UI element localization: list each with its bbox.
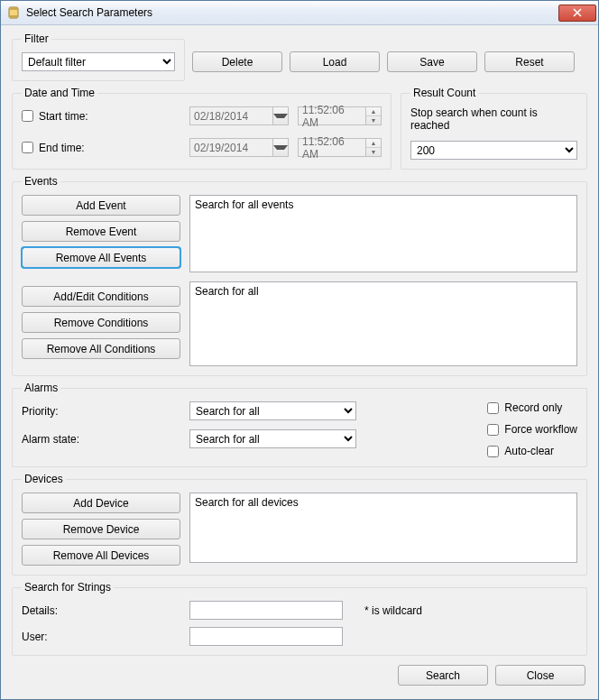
alarm-state-select[interactable]: Search for all (189, 429, 356, 448)
auto-clear-label: Auto-clear (504, 445, 554, 457)
events-group: Events Add Event Remove Event Remove All… (12, 175, 587, 376)
start-time-value: 11:52:06 AM (299, 104, 365, 129)
end-time-field: 11:52:06 AM ▲▼ (298, 138, 382, 157)
force-workflow-checkbox[interactable]: Force workflow (487, 423, 577, 436)
alarm-checks: Record only Force workflow Auto-clear (487, 401, 577, 457)
result-count-select[interactable]: 200 (410, 141, 577, 160)
strings-legend: Search for Strings (22, 581, 114, 594)
load-button[interactable]: Load (290, 51, 380, 72)
record-only-checkbox[interactable]: Record only (487, 401, 577, 414)
auto-clear-check-input[interactable] (487, 446, 499, 457)
events-listbox[interactable]: Search for all events (189, 195, 577, 272)
top-row: Filter Default filter Delete Load Save R… (12, 32, 587, 81)
start-time-spinner: ▲▼ (365, 107, 381, 124)
remove-all-events-button[interactable]: Remove All Events (22, 247, 180, 268)
filter-group: Filter Default filter (12, 32, 185, 81)
strings-group: Search for Strings Details: * is wildcar… (12, 581, 587, 656)
save-button[interactable]: Save (387, 51, 477, 72)
start-time-label: Start time: (39, 110, 88, 123)
result-count-legend: Result Count (410, 87, 478, 99)
devices-group: Devices Add Device Remove Device Remove … (12, 473, 587, 576)
delete-button[interactable]: Delete (192, 51, 282, 72)
record-only-label: Record only (504, 401, 562, 414)
datetime-legend: Date and Time (22, 87, 97, 99)
devices-listbox[interactable]: Search for all devices (189, 493, 577, 563)
start-time-check-input[interactable] (22, 110, 33, 122)
record-only-check-input[interactable] (487, 402, 499, 414)
svg-rect-1 (9, 7, 18, 10)
end-time-check-input[interactable] (22, 142, 33, 153)
start-time-checkbox[interactable]: Start time: (22, 110, 180, 123)
close-dialog-button[interactable]: Close (495, 665, 585, 686)
end-date-dropdown (272, 139, 288, 156)
filter-legend: Filter (22, 32, 51, 45)
user-input[interactable] (189, 627, 343, 646)
alarms-group: Alarms Priority: Search for all Alarm st… (12, 382, 587, 467)
close-button[interactable] (558, 5, 596, 22)
events-legend: Events (22, 175, 60, 188)
top-buttons: Delete Load Save Reset (192, 51, 587, 81)
result-count-desc: Stop search when count is reached (410, 106, 577, 132)
priority-label: Priority: (22, 405, 180, 418)
conditions-listbox[interactable]: Search for all (189, 281, 577, 366)
alarm-state-label: Alarm state: (22, 433, 180, 446)
app-icon (6, 5, 21, 20)
footer: Search Close (12, 661, 587, 686)
events-lists-col: Search for all events Search for all (189, 195, 577, 366)
details-label: Details: (22, 604, 180, 617)
start-time-field: 11:52:06 AM ▲▼ (298, 106, 382, 125)
add-device-button[interactable]: Add Device (22, 493, 180, 513)
events-buttons-col: Add Event Remove Event Remove All Events… (22, 195, 180, 366)
alarms-legend: Alarms (22, 382, 60, 394)
datetime-group: Date and Time Start time: 02/18/2014 11:… (12, 87, 392, 170)
start-date-dropdown (272, 107, 288, 124)
wildcard-hint: * is wildcard (364, 604, 422, 617)
devices-buttons-col: Add Device Remove Device Remove All Devi… (22, 493, 180, 566)
remove-device-button[interactable]: Remove Device (22, 519, 180, 539)
end-time-label: End time: (39, 142, 85, 154)
remove-event-button[interactable]: Remove Event (22, 221, 180, 242)
priority-select[interactable]: Search for all (189, 401, 356, 420)
end-time-spinner: ▲▼ (365, 139, 381, 156)
auto-clear-checkbox[interactable]: Auto-clear (487, 445, 577, 457)
force-workflow-label: Force workflow (504, 423, 577, 436)
window-title: Select Search Parameters (26, 6, 558, 19)
end-time-checkbox[interactable]: End time: (22, 142, 180, 154)
window: Select Search Parameters Filter Default … (0, 0, 599, 700)
reset-button[interactable]: Reset (484, 51, 575, 72)
devices-legend: Devices (22, 473, 66, 485)
user-label: User: (22, 631, 180, 643)
add-event-button[interactable]: Add Event (22, 195, 180, 216)
end-date-field: 02/19/2014 (189, 138, 289, 157)
datetime-row: Date and Time Start time: 02/18/2014 11:… (12, 87, 587, 170)
force-workflow-check-input[interactable] (487, 424, 499, 436)
content: Filter Default filter Delete Load Save R… (1, 25, 598, 699)
search-button[interactable]: Search (398, 665, 488, 686)
end-date-value: 02/19/2014 (190, 142, 272, 154)
result-count-group: Result Count Stop search when count is r… (401, 87, 587, 170)
details-input[interactable] (189, 601, 343, 620)
titlebar: Select Search Parameters (1, 1, 598, 25)
end-time-value: 11:52:06 AM (299, 135, 365, 161)
start-date-value: 02/18/2014 (190, 110, 272, 123)
add-edit-conditions-button[interactable]: Add/Edit Conditions (22, 286, 180, 307)
svg-rect-2 (9, 15, 18, 18)
remove-all-devices-button[interactable]: Remove All Devices (22, 545, 180, 566)
start-date-field: 02/18/2014 (189, 106, 289, 125)
remove-conditions-button[interactable]: Remove Conditions (22, 312, 180, 333)
filter-select[interactable]: Default filter (22, 52, 175, 71)
remove-all-conditions-button[interactable]: Remove All Conditions (22, 338, 180, 359)
